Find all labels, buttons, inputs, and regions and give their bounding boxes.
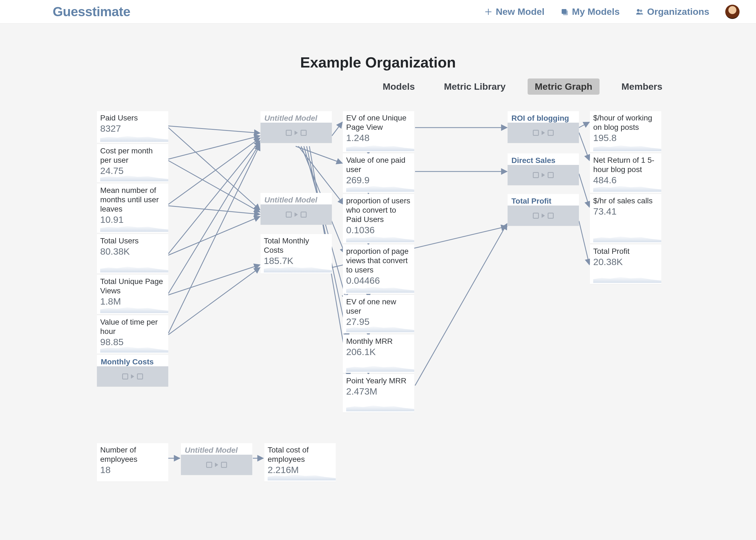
sparkline bbox=[593, 275, 661, 283]
node-label: Total Monthly Costs bbox=[264, 236, 329, 255]
model-title: Total Profit bbox=[508, 194, 579, 205]
node-paid-users[interactable]: Paid Users 8327 bbox=[97, 111, 168, 143]
node-value: 484.6 bbox=[593, 175, 658, 186]
models-icon bbox=[560, 8, 568, 16]
model-title: Untitled Model bbox=[260, 193, 332, 204]
model-thumb bbox=[260, 204, 332, 225]
model-thumb bbox=[508, 165, 579, 185]
node-net-return-blog[interactable]: Net Return of 1 5-hour blog post 484.6 bbox=[590, 153, 661, 193]
app-header: Guesstimate New Model My Models Organiza… bbox=[0, 0, 756, 24]
node-untitled-mid[interactable]: Untitled Model bbox=[260, 193, 332, 225]
node-mean-months[interactable]: Mean number of months until user leaves … bbox=[97, 184, 168, 233]
svg-line-5 bbox=[168, 136, 260, 159]
metric-graph-canvas[interactable]: Paid Users 8327 Cost per month per user … bbox=[95, 111, 661, 506]
node-monthly-costs-model[interactable]: Monthly Costs bbox=[97, 355, 168, 387]
tab-metric-graph[interactable]: Metric Graph bbox=[528, 78, 600, 95]
model-title: Direct Sales bbox=[508, 153, 579, 165]
plus-icon bbox=[484, 8, 493, 16]
node-value: 1.248 bbox=[346, 133, 411, 143]
new-model-label: New Model bbox=[496, 6, 544, 17]
node-label: Net Return of 1 5-hour blog post bbox=[593, 156, 658, 174]
node-value: 0.04466 bbox=[346, 275, 411, 286]
model-thumb bbox=[260, 123, 332, 143]
node-untitled-bottom[interactable]: Untitled Model bbox=[181, 443, 252, 475]
node-label: Monthly MRR bbox=[346, 337, 411, 346]
svg-line-11 bbox=[168, 161, 260, 212]
node-value-paid-user[interactable]: Value of one paid user 269.9 bbox=[343, 153, 414, 193]
node-total-profit-model[interactable]: Total Profit bbox=[508, 194, 579, 226]
svg-line-30 bbox=[168, 268, 260, 335]
svg-line-15 bbox=[296, 146, 342, 163]
svg-line-9 bbox=[168, 145, 260, 334]
node-value: 24.75 bbox=[100, 166, 165, 176]
node-value: 20.38K bbox=[593, 257, 658, 267]
tab-members[interactable]: Members bbox=[614, 78, 670, 95]
node-dollars-hr-blog[interactable]: $/hour of working on blog posts 195.8 bbox=[590, 111, 661, 152]
node-roi-blogging[interactable]: ROI of blogging bbox=[508, 111, 579, 143]
svg-point-3 bbox=[640, 9, 642, 12]
node-label: Total Profit bbox=[593, 247, 658, 256]
page-title: Example Organization bbox=[0, 54, 756, 71]
node-ev-new-user[interactable]: EV of one new user 27.95 bbox=[343, 295, 414, 334]
node-prop-pv-to-users[interactable]: proportion of page views that convert to… bbox=[343, 244, 414, 294]
node-direct-sales[interactable]: Direct Sales bbox=[508, 153, 579, 185]
node-untitled-top[interactable]: Untitled Model bbox=[260, 111, 332, 143]
svg-line-8 bbox=[168, 143, 260, 294]
svg-rect-1 bbox=[563, 10, 568, 15]
node-dollars-hr-sales[interactable]: $/hr of sales calls 73.41 bbox=[590, 194, 661, 243]
my-models-label: My Models bbox=[572, 6, 620, 17]
node-value: 27.95 bbox=[346, 316, 411, 327]
node-total-users[interactable]: Total Users 80.38K bbox=[97, 234, 168, 274]
new-model-link[interactable]: New Model bbox=[484, 6, 544, 17]
brand-logo[interactable]: Guesstimate bbox=[53, 4, 130, 19]
node-total-cost-employees[interactable]: Total cost of employees 2.216M bbox=[264, 443, 336, 481]
node-cost-per-month[interactable]: Cost per month per user 24.75 bbox=[97, 144, 168, 183]
node-value: 1.8M bbox=[100, 296, 165, 307]
node-value: 195.8 bbox=[593, 133, 658, 143]
node-label: Paid Users bbox=[100, 113, 165, 123]
node-total-monthly-costs[interactable]: Total Monthly Costs 185.7K bbox=[260, 234, 332, 274]
node-ev-unique-pv[interactable]: EV of one Unique Page View 1.248 bbox=[343, 111, 414, 152]
node-label: Mean number of months until user leaves bbox=[100, 186, 165, 214]
node-value: 10.91 bbox=[100, 214, 165, 225]
sparkline bbox=[593, 234, 661, 242]
node-value: 2.473M bbox=[346, 386, 411, 397]
my-models-link[interactable]: My Models bbox=[560, 6, 620, 17]
node-monthly-mrr[interactable]: Monthly MRR 206.1K bbox=[343, 335, 414, 373]
tab-models[interactable]: Models bbox=[376, 78, 422, 95]
svg-line-13 bbox=[168, 216, 260, 255]
svg-line-10 bbox=[168, 128, 260, 210]
model-thumb bbox=[181, 455, 252, 475]
model-title: Monthly Costs bbox=[97, 355, 168, 366]
model-title: Untitled Model bbox=[260, 111, 332, 123]
node-label: Total Users bbox=[100, 236, 165, 246]
sparkline bbox=[100, 134, 168, 142]
node-total-profit[interactable]: Total Profit 20.38K bbox=[590, 244, 661, 284]
sparkline bbox=[346, 403, 414, 411]
node-value: 80.38K bbox=[100, 246, 165, 257]
node-label: Value of time per hour bbox=[100, 318, 165, 336]
model-title: Untitled Model bbox=[181, 443, 252, 455]
svg-line-6 bbox=[168, 138, 260, 204]
node-value: 0.1036 bbox=[346, 225, 411, 235]
node-value: 18 bbox=[100, 465, 165, 475]
node-yearly-mrr[interactable]: Point Yearly MRR 2.473M bbox=[343, 374, 414, 412]
node-value-time[interactable]: Value of time per hour 98.85 bbox=[97, 315, 168, 354]
model-thumb bbox=[508, 123, 579, 143]
model-title: ROI of blogging bbox=[508, 111, 579, 123]
node-value: 73.41 bbox=[593, 206, 658, 217]
svg-point-2 bbox=[637, 9, 640, 12]
node-label: $/hr of sales calls bbox=[593, 196, 658, 205]
sparkline bbox=[593, 143, 661, 151]
organizations-label: Organizations bbox=[647, 6, 709, 17]
node-unique-pv[interactable]: Total Unique Page Views 1.8M bbox=[97, 275, 168, 314]
tab-metric-library[interactable]: Metric Library bbox=[437, 78, 513, 95]
svg-line-31 bbox=[415, 224, 507, 385]
node-value: 8327 bbox=[100, 123, 165, 134]
sparkline bbox=[346, 143, 414, 151]
organizations-link[interactable]: Organizations bbox=[636, 6, 709, 17]
node-prop-convert-paid[interactable]: proportion of users who convert to Paid … bbox=[343, 194, 414, 243]
node-label: Total Unique Page Views bbox=[100, 277, 165, 296]
node-num-employees[interactable]: Number of employees 18 bbox=[97, 443, 168, 481]
user-avatar[interactable] bbox=[725, 5, 739, 19]
